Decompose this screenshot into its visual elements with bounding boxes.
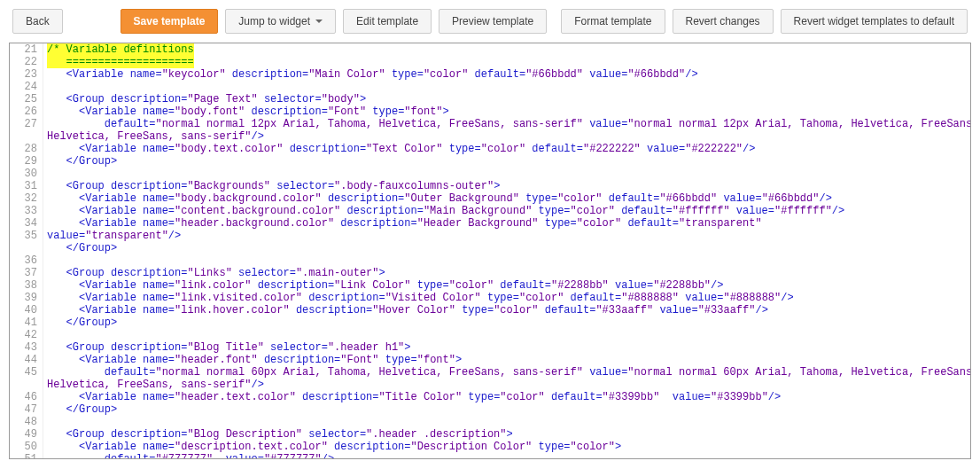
save-template-button[interactable]: Save template — [121, 9, 219, 34]
revert-changes-button[interactable]: Revert changes — [673, 9, 774, 34]
toolbar: Back Save template Jump to widget Edit t… — [0, 0, 980, 43]
chevron-down-icon — [315, 20, 323, 23]
line-number-gutter: 21222324252627 2829303132333435 36373839… — [10, 43, 43, 458]
preview-template-button[interactable]: Preview template — [439, 9, 547, 34]
code-content[interactable]: /* Variable definitions ================… — [43, 43, 970, 458]
code-editor[interactable]: 21222324252627 2829303132333435 36373839… — [9, 43, 971, 459]
back-button[interactable]: Back — [12, 9, 63, 34]
code-editor-scroll[interactable]: 21222324252627 2829303132333435 36373839… — [10, 43, 970, 458]
revert-widget-defaults-button[interactable]: Revert widget templates to default — [781, 9, 968, 34]
jump-to-widget-label: Jump to widget — [238, 15, 310, 27]
format-template-button[interactable]: Format template — [561, 9, 665, 34]
jump-to-widget-dropdown[interactable]: Jump to widget — [225, 9, 336, 34]
edit-template-button[interactable]: Edit template — [343, 9, 432, 34]
